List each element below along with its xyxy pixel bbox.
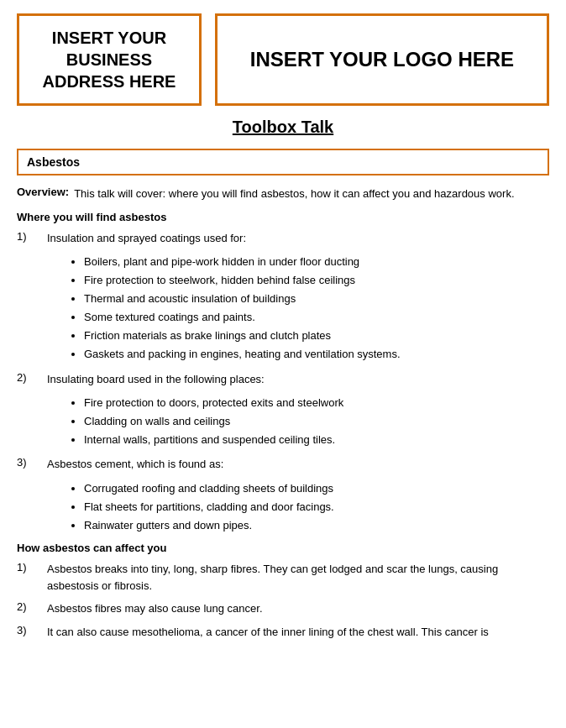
find-asbestos-heading: Where you will find asbestos: [17, 211, 549, 223]
affect-item-2-text: Asbestos fibres may also cause lung canc…: [47, 600, 263, 617]
find-item-2-text: Insulating board used in the following p…: [47, 371, 265, 388]
topic-banner: Asbestos: [17, 149, 549, 175]
logo-box: INSERT YOUR LOGO HERE: [215, 13, 549, 106]
overview-label: Overview:: [17, 186, 69, 202]
find-item-2-bullets: Fire protection to doors, protected exit…: [84, 394, 549, 449]
find-item-2-num: 2): [17, 371, 40, 384]
logo-text: INSERT YOUR LOGO HERE: [250, 48, 514, 71]
affect-item-3-num: 3): [17, 624, 40, 636]
list-item: Flat sheets for partitions, cladding and…: [84, 498, 549, 516]
affect-item-1: 1) Asbestos breaks into tiny, long, shar…: [17, 561, 549, 594]
list-item: Some textured coatings and paints.: [84, 308, 549, 327]
overview-section: Overview: This talk will cover: where yo…: [17, 186, 549, 202]
list-item: Boilers, plant and pipe-work hidden in u…: [84, 253, 549, 271]
affect-item-3-text: It can also cause mesothelioma, a cancer…: [47, 624, 489, 641]
affect-asbestos-section: How asbestos can affect you 1) Asbestos …: [17, 542, 549, 640]
list-item: Internal walls, partitions and suspended…: [84, 431, 549, 449]
list-item: Fire protection to doors, protected exit…: [84, 394, 549, 412]
list-item: Rainwater gutters and down pipes.: [84, 516, 549, 535]
list-item: Thermal and acoustic insulation of build…: [84, 290, 549, 308]
find-item-1-num: 1): [17, 230, 40, 243]
list-item: Cladding on walls and ceilings: [84, 412, 549, 431]
topic-label: Asbestos: [27, 155, 80, 169]
find-asbestos-section: Where you will find asbestos 1) Insulati…: [17, 211, 549, 536]
affect-item-2-num: 2): [17, 600, 40, 613]
affect-item-3: 3) It can also cause mesothelioma, a can…: [17, 624, 549, 641]
find-item-3-num: 3): [17, 456, 40, 469]
list-item: Corrugated roofing and cladding sheets o…: [84, 479, 549, 498]
affect-item-1-text: Asbestos breaks into tiny, long, sharp f…: [47, 561, 549, 594]
find-item-3: 3) Asbestos cement, which is found as:: [17, 456, 549, 473]
list-item: Gaskets and packing in engines, heating …: [84, 345, 549, 364]
affect-item-2: 2) Asbestos fibres may also cause lung c…: [17, 600, 549, 617]
find-item-3-bullets: Corrugated roofing and cladding sheets o…: [84, 479, 549, 535]
find-item-1-bullets: Boilers, plant and pipe-work hidden in u…: [84, 253, 549, 364]
affect-asbestos-heading: How asbestos can affect you: [17, 542, 549, 554]
page-title: Toolbox Talk: [17, 118, 549, 137]
find-item-1-text: Insulation and sprayed coatings used for…: [47, 230, 246, 247]
overview-text: This talk will cover: where you will fin…: [74, 186, 514, 202]
list-item: Fire protection to steelwork, hidden beh…: [84, 271, 549, 290]
business-address-text: INSERT YOURBUSINESSADDRESS HERE: [43, 27, 176, 92]
find-item-1: 1) Insulation and sprayed coatings used …: [17, 230, 549, 247]
business-address-box: INSERT YOURBUSINESSADDRESS HERE: [17, 13, 202, 106]
header-section: INSERT YOURBUSINESSADDRESS HERE INSERT Y…: [17, 13, 549, 106]
affect-item-1-num: 1): [17, 561, 40, 573]
find-item-2: 2) Insulating board used in the followin…: [17, 371, 549, 388]
find-item-3-text: Asbestos cement, which is found as:: [47, 456, 223, 473]
list-item: Friction materials as brake linings and …: [84, 327, 549, 345]
